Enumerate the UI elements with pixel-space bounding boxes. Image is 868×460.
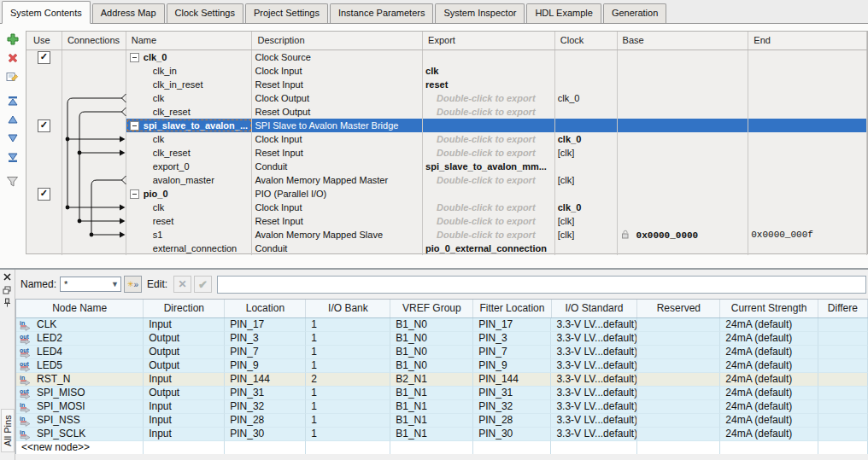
add-component-button[interactable] xyxy=(3,31,22,48)
pin-column-header-reserved[interactable]: Reserved xyxy=(637,300,720,317)
pin-row-clk[interactable]: inCLKInputPIN_171B1_N0PIN_173.3-V LV...d… xyxy=(16,318,868,332)
system-row-clk[interactable]: clkClock OutputDouble-click to exportclk… xyxy=(26,91,867,105)
clock-cell[interactable]: [clk] xyxy=(555,228,618,242)
edit-component-button[interactable] xyxy=(3,68,22,85)
clock-cell[interactable]: [clk] xyxy=(555,214,618,228)
edit-accept-button[interactable]: ✔ xyxy=(194,276,212,293)
system-row-external-connection[interactable]: external_connectionConduitpio_0_external… xyxy=(26,242,867,255)
export-cell[interactable]: Double-click to export xyxy=(423,146,555,160)
column-header-end[interactable]: End xyxy=(748,32,867,49)
pin-column-header-current-strength[interactable]: Current Strength xyxy=(720,300,818,317)
system-row-clk-reset[interactable]: clk_resetReset OutputDouble-click to exp… xyxy=(26,105,867,119)
collapse-icon[interactable] xyxy=(130,53,139,62)
clock-cell[interactable] xyxy=(555,160,618,173)
base-cell[interactable] xyxy=(618,50,749,64)
base-cell[interactable] xyxy=(618,78,749,91)
use-checkbox[interactable]: ✓ xyxy=(38,51,50,64)
system-row-clk-0[interactable]: ✓clk_0Clock Source xyxy=(26,50,867,64)
base-cell[interactable] xyxy=(618,201,749,214)
clock-cell[interactable] xyxy=(555,50,618,64)
pin-column-header-node-name[interactable]: Node Name xyxy=(16,300,144,317)
move-bottom-button[interactable] xyxy=(3,148,22,166)
move-down-button[interactable] xyxy=(3,130,22,147)
edit-value-field[interactable] xyxy=(217,276,866,294)
base-cell[interactable] xyxy=(618,64,749,78)
export-cell[interactable]: Double-click to export xyxy=(423,214,555,228)
export-cell[interactable]: Double-click to export xyxy=(423,132,555,146)
base-cell[interactable] xyxy=(618,105,749,119)
export-cell[interactable] xyxy=(423,50,555,64)
clock-cell[interactable] xyxy=(555,187,618,201)
move-up-button[interactable] xyxy=(3,111,22,128)
export-cell[interactable]: Double-click to export xyxy=(423,228,555,242)
pin-row-led5[interactable]: outLED5OutputPIN_91B1_N0PIN_93.3-V LV...… xyxy=(16,359,868,373)
export-cell[interactable]: Double-click to export xyxy=(423,201,555,214)
system-row-clk-in[interactable]: clk_inClock Inputclk xyxy=(26,64,867,78)
tab-hdl-example[interactable]: HDL Example xyxy=(526,3,601,23)
use-checkbox[interactable]: ✓ xyxy=(38,188,50,201)
export-cell[interactable] xyxy=(423,187,555,201)
clock-cell[interactable] xyxy=(555,105,618,119)
system-row-avalon-master[interactable]: avalon_masterAvalon Memory Mapped Master… xyxy=(26,173,867,187)
tab-system-contents[interactable]: System Contents xyxy=(2,1,91,24)
export-cell[interactable]: Double-click to export xyxy=(423,105,555,119)
system-row-clk-in-reset[interactable]: clk_in_resetReset Inputreset xyxy=(26,78,867,91)
system-row-clk-reset[interactable]: clk_resetReset InputDouble-click to expo… xyxy=(26,146,867,160)
base-cell[interactable] xyxy=(618,242,749,255)
pin-row-led2[interactable]: outLED2OutputPIN_31B1_N0PIN_33.3-V LV...… xyxy=(16,332,868,346)
base-cell[interactable] xyxy=(618,119,749,132)
clock-cell[interactable]: clk_0 xyxy=(555,201,618,214)
move-top-button[interactable] xyxy=(3,92,22,109)
all-pins-tab[interactable]: All Pins xyxy=(1,409,15,452)
system-row-s1[interactable]: s1Avalon Memory Mapped SlaveDouble-click… xyxy=(26,228,867,242)
base-cell[interactable] xyxy=(618,146,749,160)
export-cell[interactable]: pio_0_external_connection xyxy=(423,242,555,255)
export-cell[interactable]: Double-click to export xyxy=(423,91,555,105)
system-row-export-0[interactable]: export_0Conduitspi_slave_to_avalon_mm... xyxy=(26,160,867,173)
tab-instance-parameters[interactable]: Instance Parameters xyxy=(330,3,434,23)
pin-row-spi-miso[interactable]: outSPI_MISOOutputPIN_311B1_N1PIN_313.3-V… xyxy=(16,387,868,400)
remove-component-button[interactable] xyxy=(3,49,22,67)
new-node-row[interactable]: <<new node>> xyxy=(16,441,868,454)
export-cell[interactable]: spi_slave_to_avalon_mm... xyxy=(423,160,555,173)
pin-row-spi-sclk[interactable]: inSPI_SCLKInputPIN_301B1_N1PIN_303.3-V L… xyxy=(16,428,868,441)
clock-cell[interactable]: clk_0 xyxy=(555,132,618,146)
export-cell[interactable]: clk xyxy=(423,64,555,78)
base-cell[interactable] xyxy=(618,160,749,173)
collapse-icon[interactable] xyxy=(130,189,139,199)
pin-column-header-location[interactable]: Location xyxy=(225,300,306,317)
export-cell[interactable]: reset xyxy=(423,78,555,91)
clock-cell[interactable] xyxy=(555,64,618,78)
base-cell[interactable]: 0x0000_0000 xyxy=(618,228,749,242)
column-header-description[interactable]: Description xyxy=(252,32,423,49)
base-cell[interactable] xyxy=(618,132,749,146)
system-row-spi-slave-to-avalon[interactable]: ✓spi_slave_to_avalon_...SPI Slave to Ava… xyxy=(26,119,867,132)
system-row-clk[interactable]: clkClock InputDouble-click to exportclk_… xyxy=(26,132,867,146)
pin-row-spi-mosi[interactable]: inSPI_MOSIInputPIN_321B1_N1PIN_323.3-V L… xyxy=(16,400,868,414)
base-cell[interactable] xyxy=(618,91,749,105)
float-pane-button[interactable] xyxy=(1,284,13,295)
clock-cell[interactable]: clk_0 xyxy=(555,91,618,105)
system-row-reset[interactable]: resetReset InputDouble-click to export[c… xyxy=(26,214,867,228)
collapse-icon[interactable] xyxy=(130,121,139,131)
clock-cell[interactable] xyxy=(555,242,618,255)
close-pane-button[interactable] xyxy=(1,271,13,282)
column-header-use[interactable]: Use xyxy=(26,32,62,49)
tab-address-map[interactable]: Address Map xyxy=(92,3,165,23)
pin-column-header-differe[interactable]: Differe xyxy=(818,300,868,317)
clock-cell[interactable]: [clk] xyxy=(555,146,618,160)
clock-cell[interactable] xyxy=(555,78,618,91)
column-header-export[interactable]: Export xyxy=(423,32,555,49)
base-cell[interactable] xyxy=(618,173,749,187)
base-cell[interactable] xyxy=(618,214,749,228)
pin-row-rst-n[interactable]: inRST_NInputPIN_1442B2_N1PIN_1443.3-V LV… xyxy=(16,373,868,387)
pin-column-header-i-o-bank[interactable]: I/O Bank xyxy=(306,300,390,317)
export-cell[interactable] xyxy=(423,119,555,132)
export-cell[interactable]: Double-click to export xyxy=(423,173,555,187)
use-checkbox[interactable]: ✓ xyxy=(38,119,50,132)
column-header-base[interactable]: Base xyxy=(618,32,749,49)
pin-column-header-i-o-standard[interactable]: I/O Standard xyxy=(552,300,638,317)
pin-column-header-direction[interactable]: Direction xyxy=(144,300,225,317)
column-header-clock[interactable]: Clock xyxy=(555,32,618,49)
tab-system-inspector[interactable]: System Inspector xyxy=(435,3,525,23)
